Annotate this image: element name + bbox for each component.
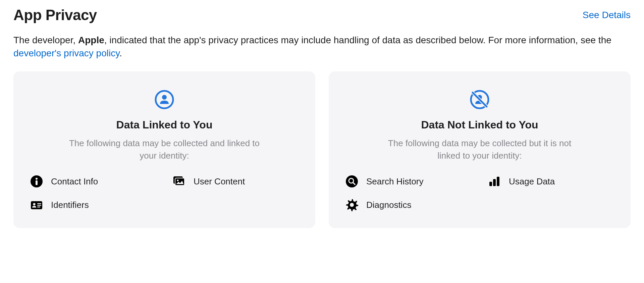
info-icon: [30, 175, 43, 188]
not-linked-data-grid: Search History Usage Data: [345, 175, 614, 211]
privacy-policy-link[interactable]: developer's privacy policy: [13, 48, 119, 58]
not-linked-card-title: Data Not Linked to You: [421, 119, 538, 131]
data-item-diagnostics: Diagnostics: [345, 199, 471, 211]
data-item-usage-data: Usage Data: [488, 175, 614, 188]
svg-point-7: [177, 180, 179, 181]
svg-rect-22: [497, 177, 499, 186]
svg-rect-12: [37, 207, 40, 208]
description-middle: , indicated that the app's privacy pract…: [104, 35, 611, 45]
photo-icon: [173, 175, 185, 188]
description-prefix: The developer,: [13, 35, 78, 45]
data-item-contact-info: Contact Info: [30, 175, 156, 188]
data-item-label: Diagnostics: [366, 200, 411, 210]
privacy-cards-container: Data Linked to You The following data ma…: [13, 71, 631, 228]
svg-point-23: [350, 203, 354, 207]
linked-card-title: Data Linked to You: [116, 119, 213, 131]
developer-name: Apple: [78, 35, 104, 45]
header-row: App Privacy See Details: [13, 7, 631, 23]
id-card-icon: [30, 199, 43, 211]
data-item-label: Search History: [366, 176, 424, 187]
data-item-user-content: User Content: [173, 175, 299, 188]
see-details-link[interactable]: See Details: [583, 10, 631, 20]
svg-point-3: [36, 178, 38, 180]
svg-rect-10: [37, 203, 41, 204]
privacy-description: The developer, Apple, indicated that the…: [13, 34, 631, 60]
svg-rect-21: [493, 179, 496, 186]
data-not-linked-card: Data Not Linked to You The following dat…: [329, 71, 631, 228]
page-title: App Privacy: [13, 7, 97, 23]
linked-data-grid: Contact Info User Content: [30, 175, 299, 211]
description-suffix: .: [119, 48, 122, 58]
bars-icon: [488, 175, 501, 188]
data-item-label: Identifiers: [51, 200, 89, 210]
svg-rect-4: [36, 180, 38, 185]
data-item-label: Contact Info: [51, 176, 98, 187]
svg-rect-11: [37, 205, 41, 206]
svg-rect-20: [489, 182, 492, 186]
data-linked-card: Data Linked to You The following data ma…: [13, 71, 315, 228]
svg-point-1: [162, 95, 167, 100]
svg-point-9: [33, 203, 36, 206]
svg-rect-6: [175, 178, 184, 185]
gear-icon: [345, 199, 358, 211]
person-circle-slash-icon: [470, 90, 489, 109]
data-item-label: Usage Data: [509, 176, 555, 187]
search-icon: [345, 175, 358, 188]
data-item-identifiers: Identifiers: [30, 199, 156, 211]
svg-line-16: [473, 93, 487, 107]
data-item-label: User Content: [194, 176, 245, 187]
svg-point-17: [346, 175, 358, 187]
not-linked-card-subtitle: The following data may be collected but …: [379, 137, 580, 162]
person-circle-icon: [155, 90, 174, 109]
linked-card-subtitle: The following data may be collected and …: [64, 137, 265, 162]
data-item-search-history: Search History: [345, 175, 471, 188]
